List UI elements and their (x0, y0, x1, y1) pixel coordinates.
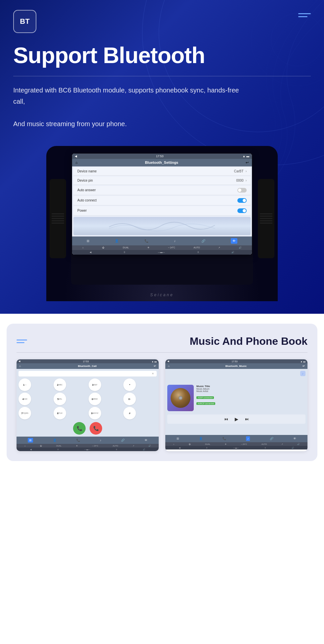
album-art (167, 385, 194, 411)
music-controls: ⏮ ▶ ⏭ (167, 414, 305, 424)
music-link-icon[interactable]: 🔗 (270, 437, 273, 440)
call-grid-icon-active[interactable]: ⊞ (28, 438, 33, 443)
call-time: 17:53 (83, 360, 89, 363)
end-phone-icon: 📞 (93, 426, 99, 431)
dual-label: DUAL (123, 246, 129, 249)
play-button[interactable]: ▶ (235, 416, 238, 422)
grid-icon[interactable]: ⊞ (87, 239, 89, 243)
dial-key-7[interactable]: 7PQRS (19, 407, 31, 419)
snowflake-icon: ❄ (147, 246, 149, 249)
dial-key-4[interactable]: 4GHI (19, 393, 31, 405)
dial-key-9[interactable]: 9WXYZ (89, 407, 101, 419)
music-note-icon-active[interactable]: ♪ (246, 436, 250, 441)
album-art-dot (179, 396, 182, 400)
dial-key-2[interactable]: 2ABC (54, 378, 66, 391)
bottom-menu-icon[interactable] (17, 340, 27, 343)
auto-label: AUTO (194, 246, 200, 249)
bluetooth-icon-active[interactable]: 👁 (231, 238, 237, 244)
dial-key-1[interactable]: 1— (19, 378, 31, 391)
music-statusbar: ◀ 17:53 ▲ ▬ (165, 359, 307, 363)
device-name-value: CarBT (234, 169, 244, 173)
statusbar-time: 17:53 (156, 155, 164, 158)
answer-button[interactable]: 📞 (73, 422, 86, 435)
bottom-screens-row: ◀ 17:53 ▲ ▬ ⌂ Bluetooth_Call ↩ ✕ 1— (17, 359, 307, 451)
bt-settings-content: Device name CarBT › Device pin 000 (72, 167, 252, 216)
status-bar-3: ◀ 0 —▬— 0 🔊 (72, 250, 252, 255)
auto-answer-label: Auto answer (77, 188, 96, 192)
hero-header: BT (13, 10, 311, 33)
call-link-icon[interactable]: 🔗 (121, 439, 125, 442)
car-container: ◀ 17:53 ▲ ▬ ⌂ Bluetooth_Settings ↩ (13, 146, 311, 311)
music-nav: ⌂ Bluetooth_Music ↩ (165, 363, 307, 369)
chevron-right-icon-2: › (246, 179, 247, 182)
call-status2: ⌂⏻DUAL❄↔24°CAUTO↗🔊 (17, 444, 159, 447)
next-button[interactable]: ⏭ (245, 417, 249, 421)
call-music-icon[interactable]: ♪ (100, 439, 101, 442)
music-badges: A2DP connected AVRCP connected (196, 394, 305, 406)
dial-key-hash[interactable]: # (123, 407, 136, 419)
call-back-nav-icon: ↩ (154, 365, 156, 368)
call-screen-title: Bluetooth_Call (78, 365, 97, 368)
hero-section: BT Support Bluetooth Integrated with BC6… (0, 0, 324, 314)
auto-answer-toggle[interactable] (237, 188, 247, 193)
bt-logo-text: BT (20, 17, 29, 26)
dial-key-0[interactable]: 0+ (123, 393, 136, 405)
music-note-button[interactable]: ♪ (300, 371, 306, 376)
call-person-icon[interactable]: 👤 (53, 439, 57, 442)
device-pin-label: Device pin (77, 179, 93, 182)
call-phone-icon[interactable]: 📞 (76, 439, 80, 442)
dial-key-6[interactable]: 6MNO (89, 393, 101, 405)
music-status-icons: ▲ ▬ (300, 360, 305, 363)
power-toggle[interactable] (237, 208, 247, 213)
dial-key-3[interactable]: 3DEF (89, 378, 101, 391)
music-grid-icon[interactable]: ⊞ (177, 437, 179, 440)
call-back-icon: ◀ (19, 360, 20, 363)
call-screen: ◀ 17:53 ▲ ▬ ⌂ Bluetooth_Call ↩ ✕ 1— (17, 359, 159, 451)
prev-button[interactable]: ⏮ (224, 417, 228, 421)
music-eye-icon[interactable]: 👁 (293, 437, 296, 440)
home-status-icon: ⌂ (82, 246, 84, 249)
auto-connect-toggle[interactable] (237, 198, 247, 203)
avrcp-badge: AVRCP connected (196, 402, 215, 405)
dial-key-star[interactable]: * (123, 378, 136, 391)
dial-key-5[interactable]: 5JKL (54, 393, 66, 405)
music-status2: ⌂⏻DUAL❄↔24°CAUTO↗🔊 (165, 442, 307, 446)
bt-logo: BT (13, 10, 36, 33)
call-status3: ◀0—▬—0🔊 (17, 447, 159, 451)
person-icon[interactable]: 👤 (115, 239, 119, 243)
bottom-menu-line-2 (17, 342, 24, 343)
music-screen: ◀ 17:53 ▲ ▬ ⌂ Bluetooth_Music ↩ ♪ (165, 359, 307, 451)
page-title: Support Bluetooth (13, 43, 311, 68)
call-search[interactable]: ✕ (19, 371, 157, 376)
call-search-clear[interactable]: ✕ (152, 372, 154, 375)
status-bar-2: ⌂ ⏻ DUAL ❄ ↔24°C AUTO ↗ 🔊 (72, 245, 252, 250)
phone-icon[interactable]: 📞 (144, 239, 148, 243)
bt-wave-area (73, 217, 251, 235)
music-home-icon: ⌂ (168, 365, 170, 368)
device-name-row: Device name CarBT › (73, 167, 251, 176)
nav-back-icon: ↩ (246, 161, 249, 165)
music-icon[interactable]: ♪ (174, 239, 176, 243)
power-row[interactable]: Power (73, 206, 251, 216)
device-name-label: Device name (77, 169, 97, 173)
bottom-section: Music And Phone Book ◀ 17:53 ▲ ▬ ⌂ Bluet… (7, 324, 317, 461)
music-player: Music Title Music Album Music Artist A2D… (167, 385, 305, 411)
end-call-button[interactable]: 📞 (90, 422, 102, 435)
zero-2: 0 (198, 251, 199, 253)
auto-connect-row[interactable]: Auto connect (73, 196, 251, 205)
dial-key-8[interactable]: 8TUV (54, 407, 66, 419)
music-phone-icon[interactable]: 📞 (223, 437, 226, 440)
music-bottom-nav: ⊞ 👤 📞 ♪ 🔗 👁 (165, 435, 307, 442)
music-person-icon[interactable]: 👤 (199, 437, 203, 440)
call-buttons: 📞 📞 (19, 422, 157, 435)
hamburger-menu-icon[interactable] (298, 10, 311, 17)
call-eye-icon[interactable]: 👁 (144, 439, 147, 442)
auto-answer-row[interactable]: Auto answer (73, 186, 251, 195)
back-nav: ◀ (90, 251, 91, 254)
car-image: ◀ 17:53 ▲ ▬ ⌂ Bluetooth_Settings ↩ (46, 146, 278, 301)
answer-phone-icon: 📞 (77, 426, 82, 431)
hero-divider (13, 76, 311, 76)
bt-statusbar: ◀ 17:53 ▲ ▬ (72, 154, 252, 159)
link-icon[interactable]: 🔗 (201, 239, 205, 243)
call-nav: ⌂ Bluetooth_Call ↩ (17, 363, 159, 369)
